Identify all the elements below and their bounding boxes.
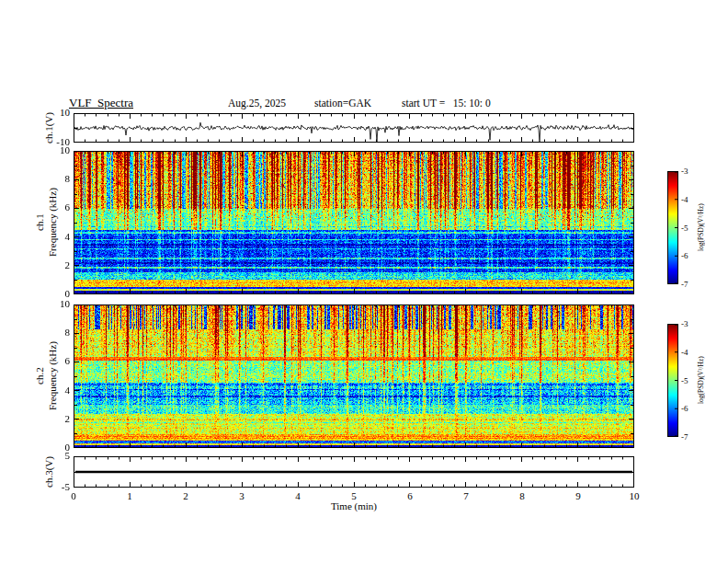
x-tick-label: 9 bbox=[567, 490, 589, 501]
ch1-waveform-canvas bbox=[74, 113, 634, 143]
panel-ch1-spectrogram bbox=[74, 151, 634, 294]
ylabel-ch2-channel: ch.2 bbox=[33, 304, 45, 448]
x-tick-label: 7 bbox=[455, 490, 477, 501]
vlf-spectra-figure: VLF Spectra Aug.25, 2025 station=GAK sta… bbox=[0, 0, 728, 563]
colorbar-tick-label: -5 bbox=[681, 376, 688, 385]
y-tick-label: 2 bbox=[48, 413, 70, 424]
colorbar-tick-label: -3 bbox=[681, 319, 688, 328]
y-tick-label: 6 bbox=[48, 355, 70, 366]
colorbar-tick-label: -6 bbox=[681, 251, 688, 260]
x-tick-label: 5 bbox=[343, 490, 365, 501]
header-station: station=GAK bbox=[314, 98, 371, 109]
x-tick-label: 3 bbox=[231, 490, 253, 501]
x-tick-label: 4 bbox=[287, 490, 309, 501]
y-tick-label: 10 bbox=[48, 144, 70, 155]
colorbar-2-canvas bbox=[667, 324, 678, 437]
y-tick-label: 5 bbox=[48, 450, 70, 461]
x-tick-label: 0 bbox=[63, 490, 85, 501]
y-tick-label: 4 bbox=[48, 231, 70, 242]
colorbar-tick-label: -4 bbox=[681, 195, 688, 204]
y-tick-label: 10 bbox=[48, 107, 70, 118]
x-tick-label: 2 bbox=[175, 490, 197, 501]
colorbar-tick-label: -7 bbox=[681, 280, 688, 289]
colorbar-tick-label: -6 bbox=[681, 404, 688, 413]
header-start-ut: start UT = 15: 10: 0 bbox=[402, 98, 491, 109]
panel-ch1-waveform bbox=[74, 113, 634, 143]
ch1-spectrogram-canvas bbox=[74, 151, 634, 294]
ylabel-ch1-channel: ch.1 bbox=[33, 151, 45, 294]
y-tick-label: 4 bbox=[48, 385, 70, 396]
y-tick-label: 8 bbox=[48, 327, 70, 338]
y-tick-label: 10 bbox=[48, 298, 70, 309]
x-tick-label: 1 bbox=[119, 490, 141, 501]
ch2-spectrogram-canvas bbox=[74, 304, 634, 448]
colorbar-1-label: log(PSD)(V²/Hz) bbox=[696, 171, 705, 284]
x-tick-label: 8 bbox=[511, 490, 533, 501]
colorbar-tick-label: -3 bbox=[681, 167, 688, 176]
y-tick-label: 6 bbox=[48, 201, 70, 213]
panel-ch3-waveform bbox=[74, 456, 634, 488]
y-tick-label: 8 bbox=[48, 173, 70, 184]
header-date: Aug.25, 2025 bbox=[228, 98, 286, 109]
colorbar-tick-label: -4 bbox=[681, 348, 688, 357]
colorbar-tick-label: -5 bbox=[681, 224, 688, 233]
x-tick-label: 10 bbox=[623, 490, 645, 501]
colorbar-1-canvas bbox=[667, 171, 678, 284]
x-tick-label: 6 bbox=[399, 490, 421, 501]
ch3-waveform-canvas bbox=[74, 456, 634, 488]
colorbar-2-label: log(PSD)(V²/Hz) bbox=[696, 324, 705, 437]
xaxis-title: Time (min) bbox=[262, 500, 446, 511]
colorbar-tick-label: -7 bbox=[681, 432, 688, 442]
y-tick-label: 2 bbox=[48, 259, 70, 270]
figure-title: VLF Spectra bbox=[69, 96, 133, 110]
colorbar-1 bbox=[667, 171, 678, 284]
colorbar-2 bbox=[667, 324, 678, 437]
panel-ch2-spectrogram bbox=[74, 304, 634, 448]
